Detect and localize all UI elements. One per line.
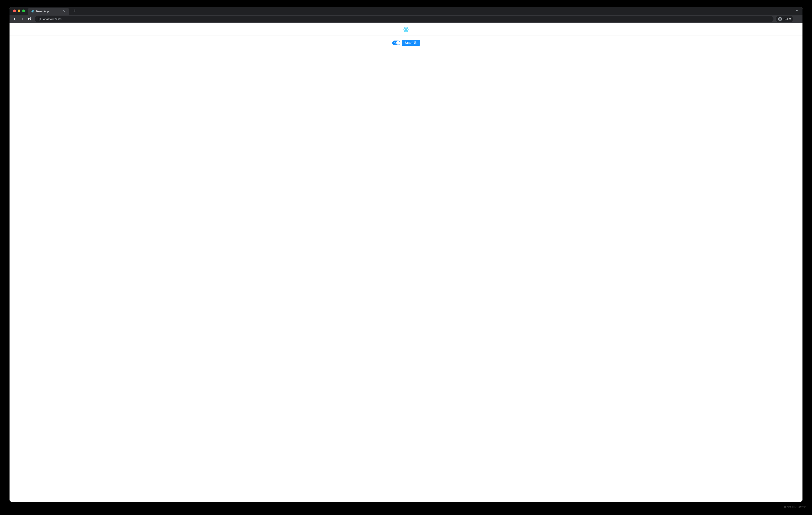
svg-point-15 xyxy=(406,29,407,30)
svg-point-12 xyxy=(797,18,797,18)
profile-label: Guest xyxy=(783,18,791,21)
browser-tab[interactable]: React App xyxy=(28,8,69,15)
svg-point-11 xyxy=(779,18,781,19)
toggle-knob xyxy=(396,41,400,44)
address-bar[interactable]: localhost:3000 xyxy=(35,16,774,22)
browser-menu-button[interactable] xyxy=(794,16,800,22)
new-tab-button[interactable] xyxy=(71,8,78,14)
tab-close-icon[interactable] xyxy=(62,9,66,13)
window-maximize-button[interactable] xyxy=(22,9,25,12)
tab-title: React App xyxy=(36,10,61,13)
browser-window: React App xyxy=(9,7,803,502)
forward-button[interactable] xyxy=(19,16,25,22)
react-logo-icon xyxy=(403,26,409,33)
react-favicon-icon xyxy=(31,9,34,13)
window-close-button[interactable] xyxy=(13,9,16,12)
svg-point-13 xyxy=(797,19,797,19)
profile-avatar-icon xyxy=(778,17,782,21)
controls-row: 亮 动态主题 xyxy=(9,36,803,50)
theme-toggle-switch[interactable]: 亮 xyxy=(392,40,400,45)
site-info-icon[interactable] xyxy=(38,18,41,21)
url-host: localhost xyxy=(42,18,54,21)
url-port: :3000 xyxy=(54,18,62,21)
reload-button[interactable] xyxy=(26,16,33,22)
svg-point-0 xyxy=(32,11,33,11)
page-content: 亮 动态主题 xyxy=(9,23,803,502)
back-button[interactable] xyxy=(12,16,18,22)
profile-button[interactable]: Guest xyxy=(776,16,793,22)
tab-dropdown-button[interactable] xyxy=(794,9,800,13)
watermark-text: @稀土掘金技术社区 xyxy=(784,505,807,509)
tab-bar: React App xyxy=(9,7,803,15)
url-text: localhost:3000 xyxy=(42,18,62,21)
app-header xyxy=(9,23,803,36)
browser-chrome: React App xyxy=(9,7,803,23)
nav-bar: localhost:3000 Guest xyxy=(9,15,803,23)
toggle-label: 亮 xyxy=(393,41,396,44)
dynamic-theme-button[interactable]: 动态主题 xyxy=(402,40,420,46)
window-minimize-button[interactable] xyxy=(18,9,20,12)
svg-point-10 xyxy=(39,18,39,19)
traffic-lights xyxy=(13,9,25,12)
svg-point-14 xyxy=(797,20,797,20)
